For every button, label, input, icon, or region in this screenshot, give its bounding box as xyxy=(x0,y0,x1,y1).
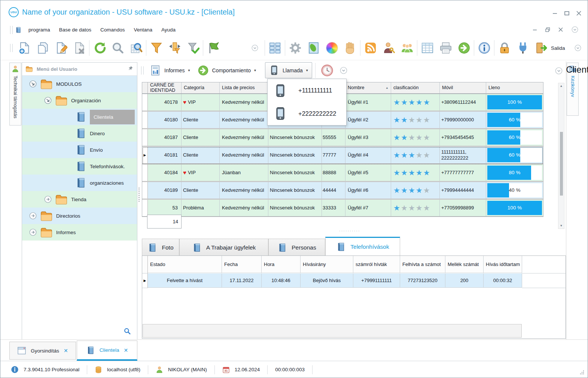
support-side-tab[interactable]: Technikai támogatás xyxy=(9,63,21,126)
toolbar-filter-settings-button[interactable] xyxy=(165,39,184,57)
call-menu-item[interactable]: +2222222222 xyxy=(268,102,346,126)
sidebar-item-clientela[interactable]: Clientela xyxy=(22,109,137,125)
toolbar-doc-edit-button[interactable] xyxy=(52,39,70,57)
comportamiento-button[interactable]: Comportamiento▾ xyxy=(194,62,260,78)
col-header-categoria[interactable]: Categoría xyxy=(182,82,220,93)
calls-col-0[interactable]: Estado xyxy=(148,256,222,273)
salida-label[interactable]: Salida xyxy=(551,45,565,51)
toolbar-doc-new-button[interactable] xyxy=(15,39,33,57)
toolbar-user-group-button[interactable] xyxy=(398,39,416,57)
pin-icon[interactable] xyxy=(128,66,133,71)
toolbar-color-wheel-button[interactable] xyxy=(323,39,341,57)
detail-tab-personas[interactable]: Personas xyxy=(268,239,325,256)
search-icon[interactable] xyxy=(124,327,131,335)
toolbar-go-next-button[interactable] xyxy=(455,39,473,57)
col-header-movil[interactable]: Móvil xyxy=(440,82,486,93)
clock-icon[interactable] xyxy=(321,64,333,77)
collapse-icon[interactable] xyxy=(44,96,52,105)
toolbar-filter-button[interactable] xyxy=(147,39,165,57)
collapse-icon[interactable] xyxy=(29,80,37,88)
toolbar-printer-button[interactable] xyxy=(436,39,455,57)
sidebar-item-tienda[interactable]: Tienda xyxy=(22,191,137,208)
mdi-close-button[interactable] xyxy=(558,27,563,32)
col-header-lista[interactable]: Lista de precios xyxy=(220,82,268,93)
toolbar-doc-delete-button[interactable] xyxy=(70,39,88,57)
sidebar-item-organizaciones[interactable]: organizaciones xyxy=(22,175,137,191)
menubar-grip[interactable] xyxy=(10,26,13,34)
scroll-up-icon[interactable]: ▲ xyxy=(558,84,564,88)
toolbar-search-advanced-button[interactable] xyxy=(127,39,145,57)
toolbar-doc-copy-button[interactable] xyxy=(33,39,52,57)
toolbar-flag-button[interactable] xyxy=(204,39,222,57)
llamada-button[interactable]: Llamada▾ xyxy=(265,62,312,78)
sidebar-item-organización[interactable]: Organización xyxy=(22,92,137,109)
minimize-button[interactable] xyxy=(551,9,558,17)
window-tab-clientela[interactable]: Clientela✕ xyxy=(77,341,137,361)
calls-col-5[interactable]: Felhívta a számot xyxy=(400,256,445,273)
close-tab-icon[interactable]: ✕ xyxy=(124,347,128,353)
chevron-down-circle-icon[interactable] xyxy=(555,67,563,75)
toolbar-overflow-button[interactable] xyxy=(246,39,264,57)
grid-row--gyf-l-#6[interactable]: 40189ClienteKedvezmény nélkülNincsenek b… xyxy=(142,182,543,200)
grid-row--gyf-l-#3[interactable]: 40187ClienteKedvezmény nélkülNincsenek b… xyxy=(142,129,543,147)
calls-col-6[interactable]: Mellék számát xyxy=(445,256,484,273)
menu-ayuda[interactable]: Ayuda xyxy=(157,27,180,33)
sidebar-item-envío[interactable]: Envío xyxy=(22,142,137,158)
sidebar-item-modulos[interactable]: MODULOS xyxy=(22,76,137,92)
col-header-nombre[interactable]: Nombre▲ xyxy=(345,82,391,93)
close-button[interactable] xyxy=(575,9,582,17)
toolbar-grid-view-button[interactable] xyxy=(266,39,284,57)
sidebar-splitter[interactable] xyxy=(138,188,140,202)
expand-icon[interactable] xyxy=(29,228,37,236)
detail-tab-telefonhívások[interactable]: Telefonhívások xyxy=(325,237,400,256)
sidebar-item-directorios[interactable]: Directorios xyxy=(22,208,137,224)
toolbar-map-button[interactable] xyxy=(304,39,323,57)
detail-tab-a-trabajar-ügyfelek[interactable]: A Trabajar ügyfelek xyxy=(179,239,268,256)
informes-button[interactable]: Informes▾ xyxy=(146,62,194,78)
toolbar-lock-button[interactable] xyxy=(495,39,514,57)
sidebar-item-dinero[interactable]: Dinero xyxy=(22,125,137,142)
calls-col-1[interactable]: Fecha xyxy=(222,256,262,273)
grid-row--gyf-l-#7[interactable]: 53ProblémaKedvezmény nélkülNincsenek bón… xyxy=(142,200,543,217)
toolbar-end-overflow-button[interactable] xyxy=(569,39,587,57)
call-log-row[interactable]: ▶Felvette a hívást17.11.202210:48:46Bejö… xyxy=(142,273,566,288)
menu-programa[interactable]: programa xyxy=(24,27,55,33)
splitter-handle[interactable]: ·········· xyxy=(339,229,360,233)
col-header-lleno[interactable]: Lleno xyxy=(486,82,543,93)
window-tab-gyorsindítás[interactable]: Gyorsindítás✕ xyxy=(9,342,76,360)
toolbar-hand-button[interactable] xyxy=(341,39,359,57)
chevron-down-circle-icon[interactable] xyxy=(571,26,579,33)
toolbar-settings-gear-button[interactable] xyxy=(286,39,304,57)
sidebar-item-telefonhívások[interactable]: Telefonhívások. xyxy=(22,158,137,175)
menu-ventana[interactable]: Ventana xyxy=(129,27,157,33)
calls-col-2[interactable]: Hora xyxy=(262,256,301,273)
calls-col-3[interactable]: Hívásirány xyxy=(301,256,353,273)
grid-row--gyf-l-#4[interactable]: ▶40181ClienteKedvezmény nélkülNincsenek … xyxy=(142,147,543,164)
toolbar-search-button[interactable] xyxy=(109,39,127,57)
toolbar-refresh-button[interactable] xyxy=(90,39,109,57)
col-header-clasificacion[interactable]: clasificación xyxy=(391,82,440,93)
menu-base-de-datos[interactable]: Base de datos xyxy=(55,27,96,33)
scroll-down-icon[interactable]: ▼ xyxy=(558,224,564,227)
toolbar-grip[interactable] xyxy=(10,44,13,52)
toolbar-salida-button[interactable] xyxy=(532,39,550,57)
expand-icon[interactable] xyxy=(29,212,37,220)
maximize-button[interactable] xyxy=(563,9,570,17)
toolbar-rss-button[interactable] xyxy=(361,39,380,57)
expand-icon[interactable] xyxy=(44,195,52,203)
toolbar-plug-button[interactable] xyxy=(514,39,532,57)
col-header-id[interactable]: CARNÉ DE IDENTIDAD xyxy=(148,82,182,93)
detail-tab-foto[interactable]: Foto xyxy=(142,239,179,256)
calls-col-4[interactable]: számról hívták xyxy=(353,256,400,273)
toolbar-filter-apply-button[interactable] xyxy=(184,39,202,57)
toolbar-user-key-button[interactable] xyxy=(380,39,398,57)
resize-grip[interactable] xyxy=(579,370,585,375)
toolbar-info-button[interactable] xyxy=(475,39,493,57)
chevron-down-circle-icon[interactable] xyxy=(339,66,348,75)
sidebar-item-informes[interactable]: Informes xyxy=(22,224,137,241)
scrollbar-thumb[interactable] xyxy=(560,132,563,196)
content-toolbar-grip[interactable] xyxy=(141,66,144,75)
calls-col-7[interactable]: Hívás időtartam xyxy=(484,256,522,273)
menu-comandos[interactable]: Comandos xyxy=(96,27,129,33)
mdi-restore-button[interactable] xyxy=(545,27,550,32)
